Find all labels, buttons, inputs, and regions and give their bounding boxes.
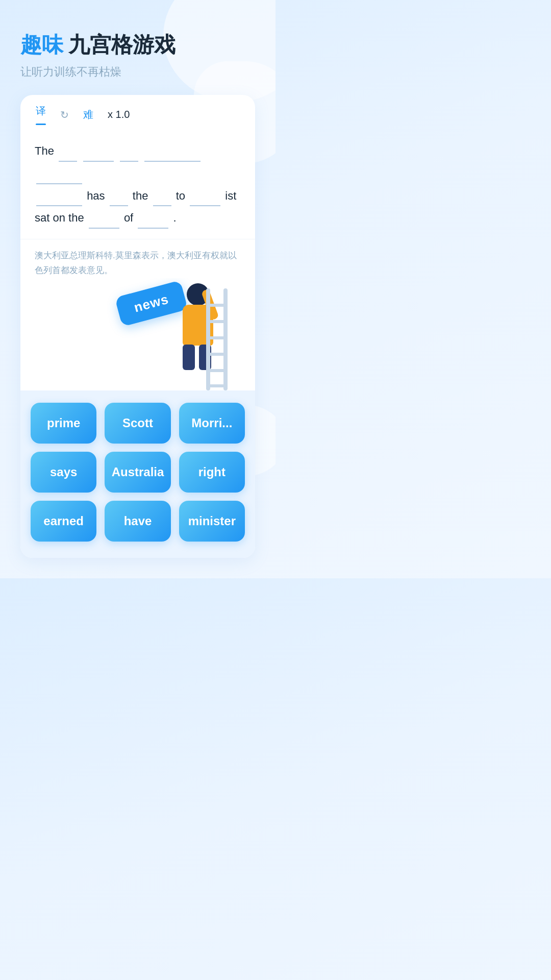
tab-refresh-icon[interactable]: ↻ [60, 109, 69, 121]
ladder [204, 288, 230, 390]
word-btn-says[interactable]: says [31, 452, 96, 493]
person-leg-left [183, 345, 195, 370]
blank-9 [190, 184, 220, 207]
blank-2 [83, 139, 114, 162]
tab-difficulty[interactable]: 难 [83, 108, 93, 121]
blank-11 [138, 206, 168, 229]
page-header: 趣味 九宫格游戏 让听力训练不再枯燥 [20, 31, 255, 80]
word-btn-morrison[interactable]: Morri... [179, 403, 245, 444]
word-btn-prime[interactable]: prime [31, 403, 96, 444]
blank-4 [144, 139, 201, 162]
tab-speed[interactable]: x 1.0 [108, 109, 130, 120]
title-dark: 九宫格游戏 [68, 31, 176, 59]
sentence-area: The has the to ist sat on the o [20, 125, 255, 239]
word-btn-scott[interactable]: Scott [105, 403, 170, 444]
word-btn-minister[interactable]: minister [179, 501, 245, 542]
word-btn-australia[interactable]: Australia [105, 452, 170, 493]
blank-1 [59, 139, 77, 162]
main-card: 译 ↻ 难 x 1.0 The has the to [20, 95, 255, 558]
illustration-area: news [20, 278, 255, 390]
tab-translate[interactable]: 译 [36, 104, 46, 125]
title-blue: 趣味 [20, 31, 63, 59]
blank-5 [36, 162, 82, 184]
person-illustration [153, 278, 235, 390]
tab-bar: 译 ↻ 难 x 1.0 [20, 95, 255, 125]
word-btn-have[interactable]: have [105, 501, 170, 542]
translation-text: 澳大利亚总理斯科特.莫里森表示，澳大利亚有权就以色列首都发表意见。 [20, 239, 255, 278]
blank-10 [89, 206, 119, 229]
subtitle: 让听力训练不再枯燥 [20, 64, 255, 80]
blank-3 [120, 139, 138, 162]
blank-6 [36, 184, 82, 207]
word-btn-right[interactable]: right [179, 452, 245, 493]
word-grid: prime Scott Morri... says Australia righ… [20, 390, 255, 558]
word-btn-earned[interactable]: earned [31, 501, 96, 542]
blank-7 [110, 184, 128, 207]
blank-8 [153, 184, 171, 207]
